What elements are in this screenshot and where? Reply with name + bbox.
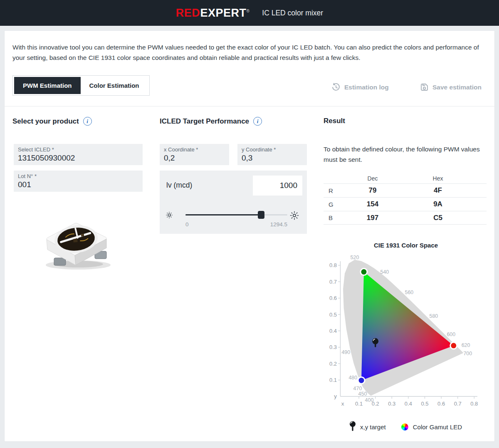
intro-text: With this innovative tool you can determ… xyxy=(12,42,482,63)
table-row: B 197 C5 xyxy=(324,211,487,225)
lv-slider-track[interactable] xyxy=(185,214,287,215)
svg-text:0.5: 0.5 xyxy=(421,401,428,407)
svg-text:0.7: 0.7 xyxy=(329,279,337,285)
lv-slider-handle[interactable] xyxy=(258,211,264,219)
result-description: To obtain the defined colour, the follow… xyxy=(324,144,487,165)
svg-text:0.8: 0.8 xyxy=(470,401,478,407)
select-product-heading: Select your product i xyxy=(12,117,92,126)
chart-title: CIE 1931 Color Space xyxy=(324,242,488,249)
channel-r-label: R xyxy=(324,187,347,194)
svg-text:540: 540 xyxy=(380,269,389,275)
svg-text:400: 400 xyxy=(365,397,374,403)
svg-text:580: 580 xyxy=(429,313,438,319)
tab-color-estimation[interactable]: Color Estimation xyxy=(81,77,148,94)
lot-number-field[interactable]: Lot N° * 001 xyxy=(14,171,143,192)
section-divider xyxy=(4,106,495,106)
g-hex-value: 9A xyxy=(398,200,477,208)
svg-text:0.5: 0.5 xyxy=(329,312,337,318)
tab-group: PWM Estimation Color Estimation xyxy=(12,75,150,96)
registered-mark: ® xyxy=(246,9,250,13)
info-icon[interactable]: i xyxy=(83,117,92,126)
redexpert-logo: REDEXPERT® xyxy=(176,7,250,20)
svg-text:480: 480 xyxy=(348,375,357,381)
svg-text:0.4: 0.4 xyxy=(329,328,337,334)
chart-legend: x,y target Color Gamut LED xyxy=(350,421,462,433)
b-dec-value: 197 xyxy=(347,214,398,222)
hex-column-header: Hex xyxy=(398,175,477,182)
save-estimation-label: Save estimation xyxy=(432,84,482,91)
y-coordinate-field[interactable]: y Coordinate * 0,3 xyxy=(237,144,307,165)
r-hex-value: 4F xyxy=(398,186,477,195)
lot-number-label: Lot N° * xyxy=(18,173,138,179)
table-row: R 79 4F xyxy=(324,183,487,197)
svg-text:0.3: 0.3 xyxy=(329,344,337,350)
target-performance-heading: ICLED Target Performance i xyxy=(160,117,262,126)
channel-g-label: G xyxy=(324,201,347,208)
lv-panel: lv (mcd) 0 1294.5 xyxy=(160,171,307,234)
select-product-title: Select your product xyxy=(12,117,79,126)
svg-text:0.7: 0.7 xyxy=(454,401,462,407)
channel-b-label: B xyxy=(324,214,347,221)
save-icon xyxy=(420,83,429,92)
select-icled-value: 1315050930002 xyxy=(18,153,138,163)
brightness-low-icon xyxy=(165,210,174,220)
pwm-table: Dec Hex R 79 4F G 154 9A B 197 C5 xyxy=(324,173,487,225)
cie-1931-chart: 0.10.20.30.40.50.60.70.80.10.20.30.40.50… xyxy=(324,250,491,412)
blue-vertex-dot xyxy=(358,377,365,384)
svg-text:0.8: 0.8 xyxy=(329,262,337,268)
brightness-high-icon xyxy=(289,210,299,220)
dec-column-header: Dec xyxy=(347,175,398,182)
svg-text:470: 470 xyxy=(353,386,362,391)
svg-text:450: 450 xyxy=(358,391,367,397)
svg-text:0.6: 0.6 xyxy=(437,401,445,407)
estimation-log-label: Estimation log xyxy=(344,84,389,91)
lv-input[interactable] xyxy=(253,176,302,196)
select-icled-label: Select ICLED * xyxy=(18,146,138,153)
svg-text:0.2: 0.2 xyxy=(329,361,337,367)
svg-text:y: y xyxy=(334,393,337,399)
app-title: IC LED color mixer xyxy=(262,9,323,17)
pwm-table-header: Dec Hex xyxy=(324,173,487,183)
brand-rest: EXPERT xyxy=(200,7,246,19)
x-coordinate-field[interactable]: x Coordinate * 0,2 xyxy=(160,144,229,165)
lv-slider-max: 1294.5 xyxy=(270,221,287,228)
red-vertex-dot xyxy=(450,342,457,349)
estimation-log-button[interactable]: Estimation log xyxy=(331,83,389,92)
target-performance-title: ICLED Target Performance xyxy=(160,117,249,126)
pin-icon xyxy=(350,421,356,433)
svg-text:560: 560 xyxy=(405,290,413,295)
legend-target-label: x,y target xyxy=(360,423,386,431)
lv-slider-min: 0 xyxy=(185,221,189,228)
svg-text:0.6: 0.6 xyxy=(329,295,337,301)
save-estimation-button[interactable]: Save estimation xyxy=(420,83,482,92)
lv-slider-fill xyxy=(185,214,261,215)
history-icon xyxy=(331,83,341,92)
result-heading: Result xyxy=(324,117,345,125)
g-dec-value: 154 xyxy=(347,200,398,208)
svg-text:0.1: 0.1 xyxy=(355,401,363,407)
svg-text:520: 520 xyxy=(351,255,359,260)
svg-text:x: x xyxy=(341,401,344,407)
y-coordinate-value: 0,3 xyxy=(242,153,303,163)
x-coordinate-label: x Coordinate * xyxy=(164,146,225,153)
r-dec-value: 79 xyxy=(347,186,398,195)
svg-text:700: 700 xyxy=(463,351,472,356)
led-package-image xyxy=(37,215,116,273)
tab-pwm-estimation[interactable]: PWM Estimation xyxy=(14,77,81,94)
b-hex-value: C5 xyxy=(398,214,477,222)
app-header: REDEXPERT® IC LED color mixer xyxy=(0,0,499,26)
legend-gamut-label: Color Gamut LED xyxy=(413,423,462,431)
green-vertex-dot xyxy=(361,269,367,275)
y-coordinate-label: y Coordinate * xyxy=(242,146,303,153)
svg-text:620: 620 xyxy=(462,342,470,348)
result-title: Result xyxy=(324,117,345,125)
svg-text:0.3: 0.3 xyxy=(388,401,395,407)
lot-number-value: 001 xyxy=(18,180,138,189)
select-icled-dropdown[interactable]: Select ICLED * 1315050930002 xyxy=(14,144,143,165)
svg-text:490: 490 xyxy=(341,349,350,355)
table-row: G 154 9A xyxy=(324,197,487,211)
info-icon[interactable]: i xyxy=(253,117,262,126)
svg-text:0.1: 0.1 xyxy=(329,377,337,383)
lv-label: lv (mcd) xyxy=(166,181,192,190)
svg-text:0.4: 0.4 xyxy=(405,401,412,407)
